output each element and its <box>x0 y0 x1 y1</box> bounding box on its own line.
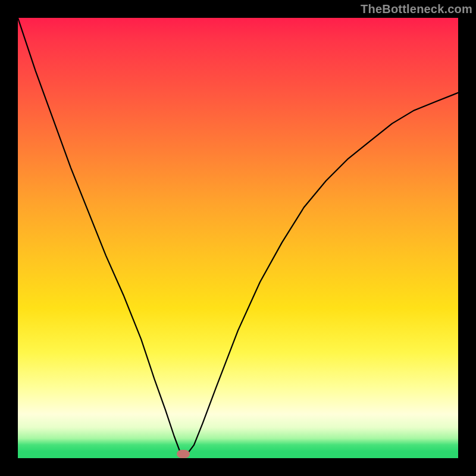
plot-area <box>18 18 458 458</box>
chart-frame: TheBottleneck.com <box>0 0 476 476</box>
minimum-marker <box>177 450 190 458</box>
bottleneck-curve <box>18 18 458 458</box>
watermark-text: TheBottleneck.com <box>361 0 472 18</box>
